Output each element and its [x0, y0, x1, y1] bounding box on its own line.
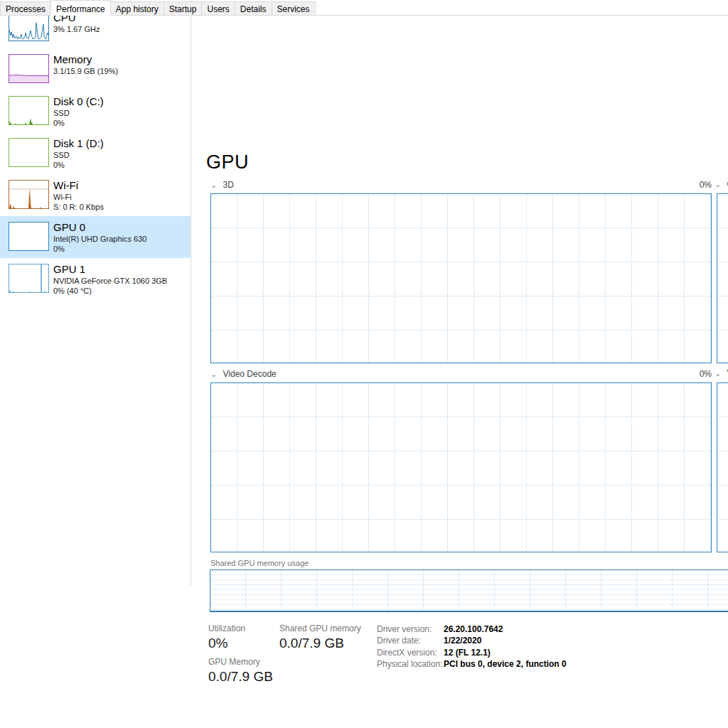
shared-memory-chart — [210, 569, 728, 612]
driver-version-value: 26.20.100.7642 — [444, 624, 503, 634]
driver-date-value: 1/22/2020 — [444, 636, 481, 646]
sidebar-item-wifi[interactable]: Wi-Fi Wi-Fi S: 0 R: 0 Kbps — [0, 174, 191, 216]
chevron-down-icon: ⌄ — [714, 180, 721, 188]
chevron-down-icon: ⌄ — [210, 370, 217, 378]
section-value: 0% — [700, 369, 712, 379]
gpu1-mini-chart-icon — [9, 264, 49, 293]
sidebar-item-title: Disk 1 (D:) — [53, 136, 104, 150]
section-value: 0% — [700, 180, 712, 190]
gpu0-mini-chart-icon — [9, 222, 49, 251]
chart-copy-partial — [717, 193, 728, 363]
tab-startup[interactable]: Startup — [164, 1, 202, 16]
tab-app-history[interactable]: App history — [111, 1, 164, 16]
chart-3d — [210, 193, 712, 363]
performance-sidebar: CPU 3% 1.67 GHz Memory 3.1/15.9 GB (19%) — [0, 0, 191, 586]
disk1-mini-chart-icon — [9, 138, 49, 167]
directx-version-value: 12 (FL 12.1) — [444, 648, 491, 658]
sidebar-item-title: GPU 0 — [53, 220, 146, 234]
physical-location-value: PCI bus 0, device 2, function 0 — [444, 659, 567, 669]
sidebar-item-detail: Intel(R) UHD Graphics 630 — [53, 234, 146, 244]
sidebar-item-detail: 3% 1.67 GHz — [53, 24, 100, 34]
sidebar-item-detail: SSD — [53, 108, 104, 118]
task-manager-window: Task Manager File Options View Processes… — [0, 0, 728, 728]
section-3d-toggle[interactable]: ⌄ 3D — [210, 180, 234, 190]
utilization-label: Utilization — [208, 623, 245, 633]
chevron-down-icon: ⌄ — [210, 181, 217, 189]
sidebar-item-gpu1[interactable]: GPU 1 NVIDIA GeForce GTX 1060 3GB 0% (40… — [0, 258, 191, 300]
sidebar-item-title: Wi-Fi — [53, 178, 104, 192]
sidebar-item-disk1[interactable]: Disk 1 (D:) SSD 0% — [0, 132, 191, 174]
page-title: GPU — [206, 151, 249, 173]
sidebar-item-detail: 0% — [53, 160, 104, 170]
sidebar-item-detail: 3.1/15.9 GB (19%) — [53, 66, 118, 76]
directx-version-label: DirectX version: — [377, 648, 437, 658]
sidebar-item-title: Memory — [53, 53, 118, 66]
driver-version-label: Driver version: — [377, 624, 432, 634]
section-video-decode-toggle[interactable]: ⌄ Video Decode — [210, 369, 277, 379]
gpu-memory-label: GPU Memory — [208, 657, 260, 667]
shared-memory-value: 0.0/7.9 GB — [279, 636, 344, 651]
shared-memory-chart-label: Shared GPU memory usage — [210, 559, 309, 567]
gpu-memory-value: 0.0/7.9 GB — [208, 669, 273, 685]
tab-details[interactable]: Details — [235, 1, 272, 16]
wifi-mini-chart-icon — [9, 180, 49, 209]
driver-date-label: Driver date: — [377, 636, 421, 646]
chart-video-decode — [210, 382, 712, 552]
sidebar-item-disk0[interactable]: Disk 0 (C:) SSD 0% — [0, 90, 191, 132]
chart-video-processing-partial — [717, 382, 728, 552]
tab-performance[interactable]: Performance — [50, 0, 111, 16]
tab-processes[interactable]: Processes — [0, 1, 50, 16]
sidebar-item-memory[interactable]: Memory 3.1/15.9 GB (19%) — [0, 48, 191, 90]
physical-location-label: Physical location: — [377, 659, 443, 669]
disk0-mini-chart-icon — [9, 96, 49, 125]
tab-users[interactable]: Users — [201, 1, 234, 16]
shared-memory-label: Shared GPU memory — [279, 623, 361, 633]
section-header-copy-partial[interactable]: ⌄ C — [714, 179, 728, 190]
sidebar-item-detail: S: 0 R: 0 Kbps — [53, 202, 104, 212]
memory-mini-chart-icon — [9, 54, 49, 83]
sidebar-item-detail: SSD — [53, 150, 104, 160]
sidebar-item-title: GPU 1 — [53, 262, 167, 276]
sidebar-item-gpu0[interactable]: GPU 0 Intel(R) UHD Graphics 630 0% — [0, 216, 191, 258]
sidebar-item-title: Disk 0 (C:) — [53, 95, 104, 108]
section-header-video-processing-partial[interactable]: ⌄ V — [714, 368, 728, 379]
section-header-video-decode: ⌄ Video Decode 0% — [210, 368, 712, 379]
sidebar-item-detail: 0% — [53, 118, 104, 128]
section-label: Video Decode — [223, 369, 277, 379]
section-header-3d: ⌄ 3D 0% — [210, 179, 712, 190]
tab-services[interactable]: Services — [272, 1, 316, 16]
sidebar-item-detail: Wi-Fi — [53, 192, 104, 202]
sidebar-item-detail: 0% (40 °C) — [53, 286, 167, 296]
utilization-value: 0% — [208, 636, 228, 651]
chevron-down-icon: ⌄ — [714, 369, 721, 378]
sidebar-item-detail: NVIDIA GeForce GTX 1060 3GB — [53, 276, 167, 286]
sidebar-item-detail: 0% — [53, 244, 146, 254]
cpu-mini-chart-icon — [9, 12, 49, 41]
section-label: 3D — [223, 180, 234, 190]
tab-bar: Processes Performance App history Startu… — [0, 0, 728, 16]
